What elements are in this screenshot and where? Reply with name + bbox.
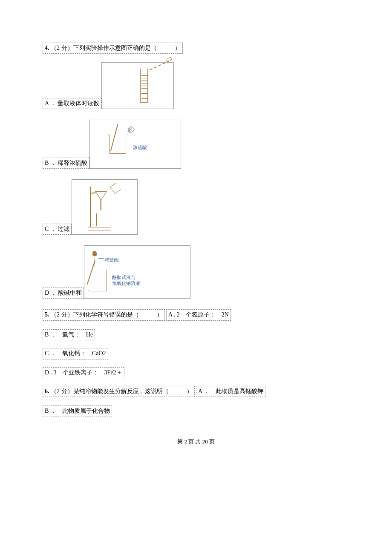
q4-option-a-row: A ． 量取液体时读数 [43, 62, 349, 109]
beaker-icon: 水 浓硫酸 [109, 135, 126, 154]
q5-points: （2 分） [51, 311, 73, 318]
q5-option-c: C ． 氧化钙： CaO2 [43, 348, 108, 359]
q4-optC-letter: C ． [45, 226, 56, 232]
question-4-stem: 4. （2 分）下列实验操作示意图正确的是（ ） [43, 43, 183, 54]
q6-points: （2 分） [51, 388, 73, 394]
mix-line1: 酚酞试液与 [112, 275, 135, 280]
q4-option-c-row: C ． 过滤 [43, 179, 349, 235]
q4-option-c-label: C ． 过滤 [43, 224, 72, 235]
q5-number: 5. [45, 311, 49, 318]
stand-base [88, 227, 111, 230]
dropper-bulb [92, 251, 97, 256]
q5-option-a: A . 2 个氮原子： 2N [166, 309, 231, 320]
q4-points: （2 分） [51, 45, 73, 51]
cylinder-icon [140, 69, 148, 103]
q4-option-a-label: A ． 量取液体时读数 [43, 98, 101, 109]
q5-option-d: D . 3 个亚铁离子： 3Fe2＋ [43, 367, 124, 378]
acid-label: 浓硫酸 [133, 144, 147, 152]
question-6-stem: 6. （2 分）某纯净物能发生分解反应，这说明（ ） [43, 386, 195, 397]
q4-optC-text: 过滤 [58, 226, 69, 232]
arrow-icon [98, 258, 104, 259]
hcl-label: 稀盐酸 [105, 256, 119, 264]
q4-optB-text: 稀释浓硫酸 [58, 160, 87, 166]
page-footer: 第 2 页 共 20 页 [43, 437, 349, 446]
pouring-beaker [110, 183, 121, 194]
q4-optB-image: 水 浓硫酸 [89, 120, 181, 169]
glass-rod-icon [110, 124, 118, 151]
funnel-stem [100, 200, 101, 210]
q4-optC-image [72, 179, 138, 235]
q4-stem-text: 下列实验操作示意图正确的是（ ） [73, 45, 181, 51]
q6-number: 6. [45, 388, 49, 394]
q6-option-b: B ． 此物质属于化合物 [43, 405, 112, 417]
sight-line [150, 60, 170, 70]
q4-option-b-label: B ． 稀释浓硫酸 [43, 158, 89, 169]
q4-optD-image: 稀盐酸 酚酞试液与 氢氧化钠溶液 [84, 245, 190, 299]
water-label: 水 [127, 126, 132, 134]
q4-optA-text: 量取液体时读数 [58, 100, 99, 106]
mixture-label: 酚酞试液与 氢氧化钠溶液 [112, 274, 140, 287]
q4-option-d-row: D ． 酸碱中和 稀盐酸 酚酞试液与 氢氧化钠溶液 [43, 245, 349, 299]
q6-stem-text: 某纯净物能发生分解反应，这说明（ ） [73, 388, 193, 394]
funnel-inner [96, 192, 106, 200]
q4-optA-image [101, 62, 174, 109]
filter-apparatus-icon [86, 184, 124, 230]
graduation-marks [141, 71, 147, 100]
q5-option-b: B ． 氦气： He [43, 329, 95, 340]
q4-option-b-row: B ． 稀释浓硫酸 水 浓硫酸 [43, 120, 349, 169]
q6-option-a: A ． 此物质是高锰酸钾 [196, 386, 265, 397]
mix-line2: 氢氧化钠溶液 [112, 281, 140, 286]
q4-optD-text: 酸碱中和 [58, 290, 82, 296]
q4-option-d-label: D ． 酸碱中和 [43, 288, 84, 299]
question-5-stem: 5. （2 分）下列化学符号错误的是（ ） [43, 309, 165, 320]
q5-stem-text: 下列化学符号错误的是（ ） [73, 311, 163, 318]
q4-optD-letter: D ． [45, 290, 57, 296]
receiving-beaker [96, 213, 108, 226]
q4-number: 4. [45, 45, 49, 51]
q4-optA-letter: A ． [45, 100, 56, 106]
eye-icon [166, 57, 173, 63]
q4-optB-letter: B ． [45, 160, 56, 166]
neutralization-apparatus-icon: 稀盐酸 酚酞试液与 氢氧化钠溶液 [84, 249, 161, 296]
beaker-spout [108, 134, 128, 136]
